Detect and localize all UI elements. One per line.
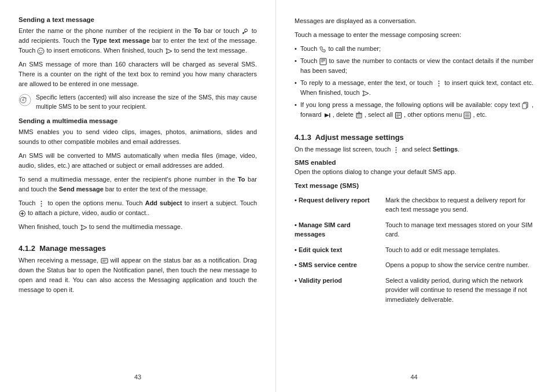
table-val-quicktext: Touch to add or edit message templates. bbox=[385, 242, 533, 258]
dots-menu-icon bbox=[38, 200, 45, 208]
table-row-simcard: • Manage SIM card messages Touch to mana… bbox=[295, 217, 533, 242]
para-sending-text-2: An SMS message of more than 160 characte… bbox=[19, 60, 257, 89]
attach-icon bbox=[19, 210, 26, 217]
send-icon-2 bbox=[80, 224, 87, 231]
svg-rect-31 bbox=[329, 113, 330, 117]
para-mms-5: When finished, touch to send the multime… bbox=[19, 222, 257, 232]
svg-point-26 bbox=[438, 85, 439, 86]
send-icon bbox=[165, 47, 172, 55]
para-mms-2: An SMS will be converted to MMS automati… bbox=[19, 151, 257, 171]
svg-point-9 bbox=[22, 99, 24, 101]
table-key-quicktext: • Edit quick text bbox=[295, 242, 385, 258]
svg-marker-30 bbox=[325, 113, 329, 117]
svg-marker-6 bbox=[166, 49, 172, 54]
note-box: Specific letters (accented) will also in… bbox=[19, 93, 257, 112]
phone-icon bbox=[319, 46, 326, 53]
table-key-simcard: • Manage SIM card messages bbox=[295, 217, 385, 242]
section-title-sending-text: Sending a text message bbox=[19, 16, 257, 23]
table-val-validity: Select a validity period, during which t… bbox=[385, 273, 533, 308]
section-sending-text: Sending a text message Enter the name or… bbox=[19, 16, 257, 117]
table-row-delivery: • Request delivery report Mark the check… bbox=[295, 193, 533, 217]
bullet-save-contact: Touch to save the number to contacts or … bbox=[295, 56, 533, 76]
svg-point-7 bbox=[19, 94, 31, 106]
svg-point-5 bbox=[42, 50, 43, 51]
table-row-quicktext: • Edit quick text Touch to add or edit m… bbox=[295, 242, 533, 258]
section-413: 4.1.3 Adjust message settings On the mes… bbox=[295, 125, 533, 307]
svg-rect-32 bbox=[356, 114, 362, 118]
table-val-simcard: Touch to manage text messages stored on … bbox=[385, 217, 533, 242]
notification-icon bbox=[101, 257, 108, 265]
sms-enabled-label: SMS enabled bbox=[295, 159, 533, 166]
forward-icon bbox=[323, 112, 331, 119]
para-mms-3: To send a multimedia message, enter the … bbox=[19, 175, 257, 194]
copy-icon bbox=[522, 102, 529, 109]
text-message-sms-label: Text message (SMS) bbox=[295, 182, 533, 189]
options-menu-icon bbox=[463, 112, 471, 119]
section-manage-heading: 4.1.2 Manage messages bbox=[19, 244, 257, 253]
delete-icon bbox=[355, 112, 363, 119]
svg-point-12 bbox=[41, 205, 42, 206]
settings-table: • Request delivery report Mark the check… bbox=[295, 193, 533, 308]
bullet-list: Touch to call the number; Touch to save … bbox=[295, 44, 533, 122]
svg-point-0 bbox=[244, 29, 247, 32]
para-mms-4: Touch to open the options menu. Touch Ad… bbox=[19, 198, 257, 218]
para-manage-1: When receiving a message, will appear on… bbox=[19, 256, 257, 295]
dots-icon-2 bbox=[392, 146, 400, 154]
section-title-multimedia: Sending a multimedia message bbox=[19, 117, 257, 124]
page-right: Messages are displayed as a conversation… bbox=[276, 0, 552, 392]
add-person-icon bbox=[242, 28, 249, 35]
svg-marker-16 bbox=[81, 225, 87, 230]
section-manage-messages: 4.1.2 Manage messages When receiving a m… bbox=[19, 236, 257, 299]
sms-enabled-text: Open the options dialog to change your d… bbox=[295, 167, 533, 177]
table-row-smscentre: • SMS service centre Opens a popup to sh… bbox=[295, 257, 533, 273]
section-413-heading: 4.1.3 Adjust message settings bbox=[295, 133, 533, 142]
para-touch-message: Touch a message to enter the message com… bbox=[295, 30, 533, 40]
table-val-smscentre: Opens a popup to show the service centre… bbox=[385, 257, 533, 273]
svg-point-25 bbox=[438, 83, 439, 84]
table-val-delivery: Mark the checkbox to request a delivery … bbox=[385, 193, 533, 217]
para-settings-intro: On the message list screen, touch and se… bbox=[295, 145, 533, 154]
bullet-call: Touch to call the number; bbox=[295, 44, 533, 54]
emoticon-icon bbox=[37, 47, 45, 55]
table-key-validity: • Validity period bbox=[295, 273, 385, 308]
select-all-icon bbox=[395, 112, 402, 119]
svg-point-46 bbox=[396, 150, 397, 151]
svg-point-47 bbox=[396, 152, 397, 153]
bullet-reply: To reply to a message, enter the text, o… bbox=[295, 78, 533, 98]
table-key-smscentre: • SMS service centre bbox=[295, 257, 385, 273]
svg-marker-27 bbox=[363, 91, 369, 96]
para-sending-text-1: Enter the name or the phone number of th… bbox=[19, 26, 257, 56]
svg-point-4 bbox=[39, 50, 41, 51]
page-left: Sending a text message Enter the name or… bbox=[0, 0, 276, 392]
svg-rect-29 bbox=[522, 103, 527, 109]
svg-point-11 bbox=[41, 203, 42, 204]
para-conversation: Messages are displayed as a conversation… bbox=[295, 16, 533, 26]
send-icon-3 bbox=[362, 90, 369, 97]
svg-rect-17 bbox=[101, 258, 108, 263]
table-row-validity: • Validity period Select a validity peri… bbox=[295, 273, 533, 308]
quick-text-icon bbox=[435, 80, 443, 87]
svg-point-45 bbox=[396, 147, 397, 149]
svg-point-24 bbox=[438, 80, 439, 82]
svg-point-10 bbox=[41, 201, 42, 202]
svg-point-3 bbox=[38, 48, 44, 54]
page-number-right: 44 bbox=[295, 368, 533, 380]
page-number-left: 43 bbox=[19, 368, 257, 380]
note-icon bbox=[19, 94, 31, 106]
bullet-longpress: If you long press a message, the followi… bbox=[295, 100, 533, 120]
table-key-delivery: • Request delivery report bbox=[295, 193, 385, 217]
contacts-icon bbox=[319, 58, 327, 65]
note-text: Specific letters (accented) will also in… bbox=[36, 93, 257, 112]
para-mms-1: MMS enables you to send video clips, ima… bbox=[19, 127, 257, 147]
section-multimedia: Sending a multimedia message MMS enables… bbox=[19, 117, 257, 236]
